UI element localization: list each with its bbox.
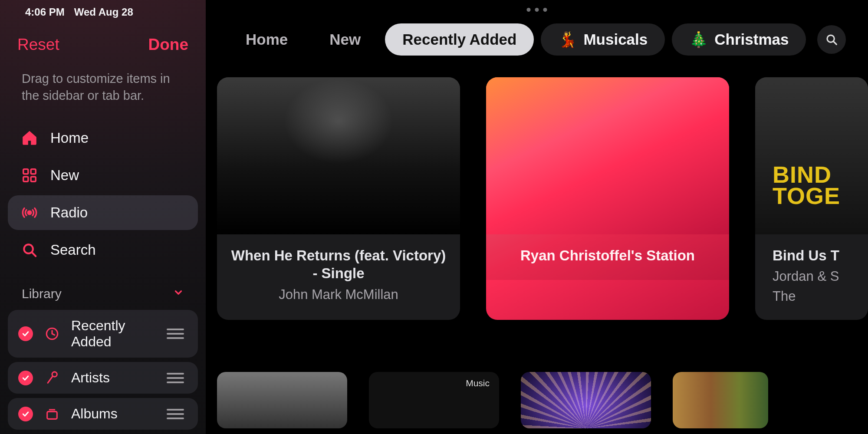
- thumbnail-card[interactable]: [521, 372, 651, 428]
- dancer-emoji-icon: 💃: [558, 31, 577, 49]
- tab-label: Christmas: [714, 31, 789, 48]
- album-title: When He Returns (feat. Victory) - Single: [230, 247, 447, 283]
- radio-icon: [21, 204, 38, 221]
- library-item-artists[interactable]: Artists: [8, 362, 198, 394]
- tab-recently-added[interactable]: Recently Added: [385, 23, 534, 56]
- content-row-2: Music: [206, 320, 868, 428]
- checkmark-icon[interactable]: [18, 326, 33, 341]
- search-button[interactable]: [817, 25, 846, 54]
- microphone-icon: [44, 370, 60, 386]
- content-row-1: When He Returns (feat. Victory) - Single…: [206, 56, 868, 320]
- thumbnail-card[interactable]: Music: [369, 372, 499, 428]
- svg-rect-0: [23, 169, 28, 174]
- svg-line-12: [834, 41, 837, 44]
- status-time: 4:06 PM: [25, 6, 65, 18]
- sidebar-hint: Drag to customize items in the sidebar o…: [0, 66, 206, 121]
- tab-label: Musicals: [583, 31, 648, 48]
- thumbnail-card[interactable]: [217, 372, 347, 428]
- svg-line-9: [48, 376, 53, 383]
- home-icon: [21, 129, 38, 147]
- station-card[interactable]: Ryan Christoffel's Station: [486, 77, 729, 320]
- sidebar-item-new[interactable]: New: [8, 158, 198, 193]
- main-content: Home New Recently Added 💃 Musicals 🎄 Chr…: [206, 0, 868, 434]
- sidebar-item-radio[interactable]: Radio: [8, 195, 198, 230]
- sidebar-nav: Home New Radio Search: [0, 121, 206, 267]
- svg-rect-2: [23, 177, 28, 181]
- grid-icon: [21, 167, 38, 184]
- christmas-tree-emoji-icon: 🎄: [689, 31, 708, 49]
- drag-handle-icon[interactable]: [167, 329, 187, 339]
- reset-button[interactable]: Reset: [17, 36, 59, 54]
- album-subtitle: Jordan & S: [773, 269, 868, 284]
- clock-icon: [44, 326, 60, 342]
- chevron-down-icon: [173, 286, 184, 301]
- drag-handle-icon[interactable]: [167, 409, 187, 419]
- library-item-albums[interactable]: Albums: [8, 398, 198, 430]
- search-icon: [21, 241, 38, 259]
- sidebar-header: Reset Done: [0, 18, 206, 66]
- sidebar-item-label: Home: [50, 130, 89, 146]
- svg-rect-1: [31, 169, 36, 174]
- tab-new[interactable]: New: [312, 23, 378, 56]
- drag-handle-icon[interactable]: [167, 373, 187, 383]
- svg-rect-3: [31, 177, 36, 181]
- sidebar: 4:06 PM Wed Aug 28 Reset Done Drag to cu…: [0, 0, 206, 434]
- album-title: Bind Us T: [773, 247, 868, 264]
- tab-label: Recently Added: [402, 31, 516, 48]
- checkmark-icon[interactable]: [18, 407, 33, 421]
- status-bar: 4:06 PM Wed Aug 28: [0, 0, 206, 18]
- svg-point-4: [28, 211, 31, 214]
- album-card-partial[interactable]: BIND TOGE Bind Us T Jordan & S The: [755, 77, 868, 320]
- sidebar-item-home[interactable]: Home: [8, 121, 198, 155]
- library-item-label: Recently Added: [71, 318, 155, 350]
- station-title: Ryan Christoffel's Station: [499, 247, 716, 264]
- library-section-header[interactable]: Library: [0, 267, 206, 310]
- apple-music-badge: Music: [466, 378, 490, 388]
- svg-rect-10: [47, 411, 57, 419]
- sidebar-item-search[interactable]: Search: [8, 233, 198, 267]
- library-item-label: Artists: [71, 370, 155, 386]
- sidebar-item-label: New: [50, 167, 79, 184]
- thumbnail-card[interactable]: [673, 372, 768, 428]
- library-title: Library: [22, 286, 62, 301]
- search-icon: [825, 33, 838, 46]
- window-handle-icon[interactable]: [527, 8, 547, 12]
- done-button[interactable]: Done: [148, 36, 189, 54]
- album-artist: John Mark McMillan: [230, 287, 447, 302]
- albums-icon: [44, 406, 60, 422]
- library-item-label: Albums: [71, 406, 155, 422]
- sidebar-item-label: Search: [50, 242, 96, 258]
- tab-christmas[interactable]: 🎄 Christmas: [672, 23, 806, 56]
- station-art: [486, 77, 729, 234]
- album-card[interactable]: When He Returns (feat. Victory) - Single…: [217, 77, 460, 320]
- album-subtitle: The: [773, 289, 868, 304]
- tab-home[interactable]: Home: [228, 23, 305, 56]
- album-art: BIND TOGE: [755, 77, 868, 234]
- sidebar-item-label: Radio: [50, 204, 88, 221]
- album-art: [217, 77, 460, 234]
- status-date: Wed Aug 28: [74, 6, 133, 18]
- album-art-text: BIND TOGE: [773, 164, 840, 206]
- library-item-recently-added[interactable]: Recently Added: [8, 310, 198, 358]
- svg-line-6: [32, 253, 36, 256]
- library-list: Recently Added Artists: [0, 310, 206, 430]
- tab-label: New: [329, 31, 361, 48]
- checkmark-icon[interactable]: [18, 371, 33, 385]
- tab-musicals[interactable]: 💃 Musicals: [541, 23, 665, 56]
- tab-label: Home: [246, 31, 288, 48]
